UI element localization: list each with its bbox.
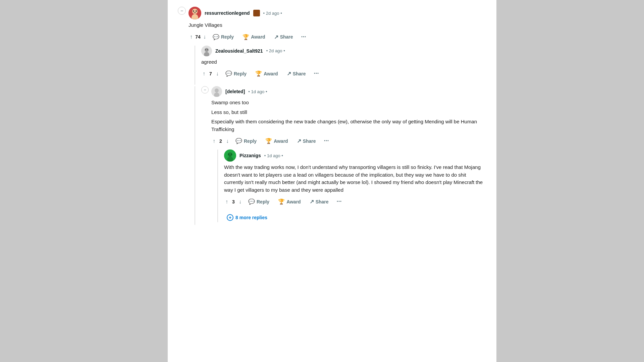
thread-content-zealous: Zealousideal_Salt921 • 2d ago • agreed (201, 46, 486, 85)
comment-header-pizzanigs: Pizzanigs • 1d ago • (224, 149, 486, 162)
share-button-deleted[interactable]: ↗ Share (293, 136, 319, 146)
upvote-main[interactable]: ↑ (189, 33, 194, 41)
svg-point-13 (215, 88, 219, 93)
action-bar-zealous: ↑ 7 ↓ 💬 Reply (201, 68, 486, 79)
reply-icon-deleted: 💬 (235, 138, 242, 144)
username-zealous[interactable]: Zealousideal_Salt921 (215, 48, 263, 54)
timestamp-deleted: • 1d ago • (248, 89, 267, 94)
more-replies-count: 8 more replies (235, 215, 267, 220)
reply-icon-pizzanigs: 💬 (248, 198, 255, 205)
username-deleted[interactable]: [deleted] (225, 89, 245, 94)
vote-count-pizzanigs: 3 (231, 199, 236, 204)
comment-pizzanigs: Pizzanigs • 1d ago • With the way tradin… (224, 149, 486, 210)
svg-point-10 (205, 49, 206, 50)
comment-header-main: ressurrectionlegend • 2d ago • (189, 7, 486, 19)
vote-control-pizzanigs: ↑ 3 ↓ (224, 197, 243, 206)
reply-icon-main: 💬 (213, 34, 219, 40)
avatar-pizzanigs (224, 149, 236, 162)
comment-main: − (178, 7, 486, 225)
reply-button-pizzanigs[interactable]: 💬 Reply (245, 197, 273, 206)
award-button-pizzanigs[interactable]: 🏆 Award (275, 197, 304, 206)
upvote-deleted[interactable]: ↑ (211, 137, 217, 145)
award-button-zealous[interactable]: 🏆 Award (252, 69, 281, 78)
thread-line-zealous[interactable] (195, 46, 195, 85)
svg-point-11 (207, 49, 208, 50)
username-main[interactable]: ressurrectionlegend (205, 10, 250, 16)
svg-point-21 (231, 154, 232, 155)
content-area: − (168, 0, 496, 362)
vote-control-main: ↑ 74 ↓ (189, 33, 207, 41)
share-button-main[interactable]: ↗ Share (271, 32, 297, 42)
reply-icon-zealous: 💬 (225, 70, 232, 77)
comment-body-deleted: Swamp ones too Less so, but still Especi… (211, 99, 486, 133)
share-icon-pizzanigs: ↗ (310, 198, 314, 205)
thread-pizzanigs: Pizzanigs • 1d ago • With the way tradin… (211, 149, 486, 222)
svg-point-7 (205, 48, 209, 52)
thread-line-pizzanigs[interactable] (217, 149, 218, 222)
upvote-pizzanigs[interactable]: ↑ (224, 197, 229, 206)
vote-count-deleted: 2 (218, 138, 223, 144)
collapse-button-main[interactable]: − (178, 7, 186, 15)
share-icon-deleted: ↗ (297, 138, 301, 144)
thread-line-deleted[interactable] (195, 86, 195, 225)
vote-count-zealous: 7 (208, 71, 213, 76)
action-bar-pizzanigs: ↑ 3 ↓ 💬 (224, 196, 486, 207)
downvote-zealous[interactable]: ↓ (215, 69, 220, 78)
award-icon-main: 🏆 (243, 34, 249, 40)
reply-button-deleted[interactable]: 💬 Reply (232, 136, 260, 146)
reply-button-zealous[interactable]: 💬 Reply (222, 69, 250, 78)
share-button-pizzanigs[interactable]: ↗ Share (306, 197, 332, 206)
downvote-deleted[interactable]: ↓ (225, 137, 230, 145)
downvote-pizzanigs[interactable]: ↓ (237, 197, 243, 206)
comment-body-main: Jungle Villages (189, 21, 486, 29)
reply-button-main[interactable]: 💬 Reply (209, 32, 237, 42)
svg-point-4 (193, 10, 194, 12)
upvote-zealous[interactable]: ↑ (201, 69, 207, 78)
vote-count-main: 74 (195, 34, 201, 40)
avatar-main (189, 7, 201, 19)
share-icon-main: ↗ (274, 34, 278, 40)
award-button-main[interactable]: 🏆 Award (239, 32, 269, 42)
action-bar-main: ↑ 74 ↓ 💬 Reply 🏆 Award (189, 32, 486, 42)
award-button-deleted[interactable]: 🏆 Award (262, 136, 291, 146)
timestamp-zealous: • 2d ago • (266, 48, 285, 53)
flair-badge-main (253, 10, 260, 16)
avatar-deleted (211, 86, 222, 97)
comment-body-pizzanigs: With the way trading works now, I don't … (224, 164, 486, 194)
comment-header-deleted: [deleted] • 1d ago • (211, 86, 486, 97)
vote-control-zealous: ↑ 7 ↓ (201, 69, 220, 78)
share-icon-zealous: ↗ (287, 70, 291, 77)
more-button-main[interactable]: ··· (299, 32, 309, 42)
thread-zealous: Zealousideal_Salt921 • 2d ago • agreed (189, 46, 486, 85)
award-icon-pizzanigs: 🏆 (278, 198, 285, 205)
award-icon-zealous: 🏆 (255, 70, 262, 77)
thread-content-deleted: − (201, 86, 486, 225)
more-replies-icon: + (227, 214, 233, 221)
more-replies-button[interactable]: + 8 more replies (224, 213, 270, 222)
svg-point-5 (196, 10, 197, 12)
collapse-button-deleted[interactable]: − (201, 86, 209, 94)
comment-zealous: Zealousideal_Salt921 • 2d ago • agreed (201, 46, 486, 82)
timestamp-main: • 2d ago • (263, 11, 282, 16)
downvote-main[interactable]: ↓ (202, 33, 207, 41)
action-bar-deleted: ↑ 2 ↓ 💬 Reply (211, 136, 486, 146)
comment-header-zealous: Zealousideal_Salt921 • 2d ago • (201, 46, 486, 56)
award-icon-deleted: 🏆 (265, 138, 272, 144)
more-button-zealous[interactable]: ··· (311, 68, 322, 79)
more-button-deleted[interactable]: ··· (321, 136, 332, 146)
avatar-zealous (201, 46, 212, 56)
svg-point-20 (228, 154, 229, 155)
more-button-pizzanigs[interactable]: ··· (334, 196, 344, 207)
share-button-zealous[interactable]: ↗ Share (283, 69, 309, 78)
thread-content-pizzanigs: Pizzanigs • 1d ago • With the way tradin… (224, 149, 486, 222)
vote-control-deleted: ↑ 2 ↓ (211, 137, 230, 145)
thread-deleted: − (189, 86, 486, 225)
comment-body-zealous: agreed (201, 58, 486, 66)
comment-deleted: − (201, 86, 486, 222)
timestamp-pizzanigs: • 1d ago • (264, 153, 283, 158)
username-pizzanigs[interactable]: Pizzanigs (239, 153, 261, 158)
